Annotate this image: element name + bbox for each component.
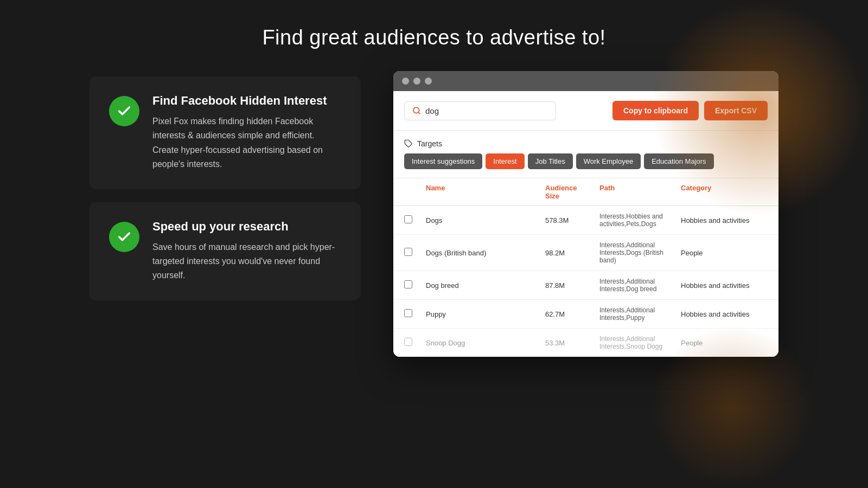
- main-layout: Find Facebook Hidden Interest Pixel Fox …: [0, 71, 868, 357]
- row-2-name: Dogs (British band): [426, 249, 545, 257]
- row-1-checkbox[interactable]: [404, 215, 412, 223]
- targets-label-row: Targets: [404, 139, 768, 148]
- th-name: Name: [426, 184, 545, 200]
- th-path: Path: [599, 184, 681, 200]
- feature-text-2: Speed up your research Save hours of man…: [152, 220, 341, 283]
- window-body: dog Copy to clipboard Export CSV Targets: [393, 91, 778, 357]
- feature-heading-2: Speed up your research: [152, 220, 341, 234]
- row-1-check[interactable]: [404, 215, 426, 225]
- th-category: Category: [681, 184, 768, 200]
- search-input-value: dog: [425, 106, 439, 115]
- export-csv-button[interactable]: Export CSV: [704, 101, 768, 120]
- row-2-audience: 98.2M: [545, 249, 599, 257]
- copy-to-clipboard-button[interactable]: Copy to clipboard: [612, 101, 699, 120]
- row-2-category: People: [681, 249, 768, 257]
- checkmark-icon-2: [117, 229, 132, 245]
- row-3-category: Hobbies and activities: [681, 281, 768, 290]
- targets-row: Targets Interest suggestions Interest Jo…: [393, 131, 778, 178]
- row-5-name: Snoop Dogg: [426, 339, 545, 347]
- row-4-path: Interests,Additional Interests,Puppy: [599, 306, 681, 322]
- row-1-path: Interests,Hobbies and activities,Pets,Do…: [599, 213, 681, 228]
- table-row: Dogs (British band) 98.2M Interests,Addi…: [393, 235, 778, 271]
- tag-icon: [404, 139, 413, 148]
- row-5-audience: 53.3M: [545, 339, 599, 347]
- table-row: Snoop Dogg 53.3M Interests,Additional In…: [393, 329, 778, 357]
- feature-body-1: Pixel Fox makes finding hidden Facebook …: [152, 114, 341, 172]
- left-panel: Find Facebook Hidden Interest Pixel Fox …: [90, 71, 361, 300]
- window-dot-1: [402, 78, 409, 85]
- row-1-audience: 578.3M: [545, 216, 599, 224]
- search-icon: [412, 106, 421, 115]
- row-4-checkbox[interactable]: [404, 309, 412, 317]
- feature-card-2: Speed up your research Save hours of man…: [90, 202, 361, 300]
- window-dot-3: [425, 78, 432, 85]
- row-3-path: Interests,Additional Interests,Dog breed: [599, 278, 681, 293]
- row-1-name: Dogs: [426, 216, 545, 224]
- check-circle-2: [109, 222, 139, 252]
- row-5-path: Interests,Additional Interests,Snoop Dog…: [599, 335, 681, 350]
- table-row: Dog breed 87.8M Interests,Additional Int…: [393, 271, 778, 300]
- svg-line-1: [418, 112, 420, 114]
- row-2-path: Interests,Additional Interests,Dogs (Bri…: [599, 241, 681, 264]
- page-title: Find great audiences to advertise to!: [0, 0, 868, 71]
- row-4-audience: 62.7M: [545, 310, 599, 318]
- row-5-category: People: [681, 339, 768, 347]
- tab-job-titles[interactable]: Job Titles: [528, 153, 573, 169]
- row-2-checkbox[interactable]: [404, 248, 412, 256]
- targets-label-text: Targets: [417, 139, 442, 148]
- search-bar-row: dog Copy to clipboard Export CSV: [393, 91, 778, 131]
- feature-body-2: Save hours of manual research and pick h…: [152, 240, 341, 283]
- table-header: Name AudienceSize Path Category: [393, 178, 778, 206]
- row-3-check[interactable]: [404, 280, 426, 290]
- filter-tabs: Interest suggestions Interest Job Titles…: [404, 153, 768, 169]
- window-dot-2: [413, 78, 420, 85]
- checkmark-icon-1: [117, 104, 132, 119]
- results-table: Name AudienceSize Path Category Dogs 578…: [393, 178, 778, 357]
- row-3-audience: 87.8M: [545, 281, 599, 290]
- row-1-category: Hobbies and activities: [681, 216, 768, 224]
- row-3-checkbox[interactable]: [404, 280, 412, 288]
- tab-interest-suggestions[interactable]: Interest suggestions: [404, 153, 482, 169]
- tab-interest[interactable]: Interest: [486, 153, 524, 169]
- row-4-check[interactable]: [404, 309, 426, 319]
- row-4-name: Puppy: [426, 310, 545, 318]
- check-circle-1: [109, 96, 139, 126]
- th-audience-size: AudienceSize: [545, 184, 599, 200]
- window-titlebar: [393, 71, 778, 91]
- search-input-wrap[interactable]: dog: [404, 101, 556, 120]
- row-3-name: Dog breed: [426, 281, 545, 290]
- feature-heading-1: Find Facebook Hidden Interest: [152, 94, 341, 108]
- feature-card-1: Find Facebook Hidden Interest Pixel Fox …: [90, 76, 361, 189]
- row-5-checkbox[interactable]: [404, 338, 412, 346]
- action-buttons: Copy to clipboard Export CSV: [612, 101, 768, 120]
- tab-work-employee[interactable]: Work Employee: [576, 153, 641, 169]
- table-row: Puppy 62.7M Interests,Additional Interes…: [393, 300, 778, 329]
- row-4-category: Hobbies and activities: [681, 310, 768, 318]
- feature-text-1: Find Facebook Hidden Interest Pixel Fox …: [152, 94, 341, 172]
- app-window: dog Copy to clipboard Export CSV Targets: [393, 71, 778, 357]
- row-2-check[interactable]: [404, 248, 426, 258]
- table-row: Dogs 578.3M Interests,Hobbies and activi…: [393, 206, 778, 235]
- row-5-check[interactable]: [404, 338, 426, 348]
- th-checkbox: [404, 184, 426, 200]
- tab-education-majors[interactable]: Education Majors: [644, 153, 713, 169]
